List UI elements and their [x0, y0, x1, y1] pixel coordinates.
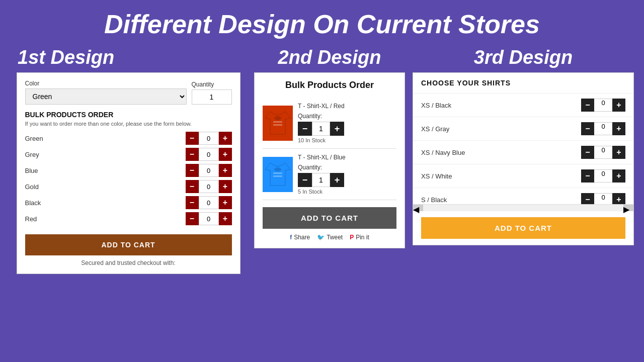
d2-stock-text: 5 In Stock — [298, 189, 396, 195]
d2-minus-button[interactable]: − — [298, 122, 312, 136]
d2-title: Bulk Products Order — [263, 80, 396, 90]
d2-qty-input[interactable] — [312, 173, 330, 187]
d1-qty-display: 0 — [199, 180, 219, 193]
d1-plus-button[interactable]: + — [219, 212, 232, 225]
d1-plus-button[interactable]: + — [219, 196, 232, 209]
shirt-icon — [265, 160, 290, 188]
d1-qty-input[interactable] — [192, 89, 232, 105]
d3-qty-display: 0 — [594, 99, 612, 112]
d3-row-label: S / Black — [421, 196, 581, 204]
design2-column: 2nd Design Bulk Products Order T - Shirt… — [252, 47, 408, 248]
d1-row-label: Red — [25, 215, 186, 223]
d3-minus-button[interactable]: − — [581, 99, 594, 112]
svg-marker-0 — [265, 112, 290, 134]
d3-scrollbar-bottom: ◀ ▶ — [413, 204, 633, 211]
d2-social-fb[interactable]: fShare — [290, 234, 310, 241]
shirt-icon — [265, 109, 290, 137]
d2-social-label: Tweet — [327, 234, 343, 241]
d3-minus-button[interactable]: − — [581, 146, 594, 159]
d3-plus-button[interactable]: + — [612, 122, 625, 135]
d2-qty-label: Quantity: — [298, 113, 396, 120]
svg-rect-6 — [273, 172, 282, 174]
d3-qty-display: 0 — [594, 169, 612, 183]
list-item: Blue − 0 + — [25, 164, 232, 177]
pinterest-icon: P — [350, 234, 354, 241]
d1-plus-button[interactable]: + — [219, 164, 232, 177]
d1-row-label: Black — [25, 199, 186, 207]
d1-top-row: Color Green Grey Blue Gold Black Red Qua… — [25, 80, 232, 105]
d2-social-pin[interactable]: PPin it — [350, 234, 369, 241]
design1-card: Color Green Grey Blue Gold Black Red Qua… — [17, 72, 240, 274]
d1-plus-button[interactable]: + — [219, 148, 232, 161]
d1-row-label: Grey — [25, 151, 186, 158]
d1-secure-text: Secured and trusted checkout with: — [25, 259, 232, 266]
d1-qty-display: 0 — [199, 212, 219, 225]
d3-scroll-track — [423, 205, 623, 211]
d3-plus-button[interactable]: + — [612, 169, 625, 183]
list-item: Green − 0 + — [25, 132, 232, 145]
d2-social-label: Pin it — [356, 234, 369, 241]
d1-minus-button[interactable]: − — [186, 164, 199, 177]
d3-title: CHOOSE YOUR SHIRTS — [421, 79, 625, 87]
d1-qty-group: Quantity — [192, 81, 232, 105]
design3-label: 3rd Design — [474, 47, 573, 68]
list-item: S / Black − 0 + — [413, 188, 633, 204]
d2-add-to-cart-button[interactable]: ADD TO CART — [263, 207, 396, 229]
d3-qty-display: 0 — [594, 146, 612, 159]
d2-stock-text: 10 In Stock — [298, 137, 396, 143]
d2-qty-input[interactable] — [312, 122, 330, 136]
d1-color-select[interactable]: Green Grey Blue Gold Black Red — [25, 88, 187, 105]
d1-plus-button[interactable]: + — [219, 180, 232, 193]
d2-product-info: T - Shirt-XL / Blue Quantity: − + 5 In S… — [298, 154, 396, 195]
d2-product-name: T - Shirt-XL / Red — [298, 103, 396, 110]
d3-minus-button[interactable]: − — [581, 169, 594, 183]
d2-qty-row: − + — [298, 122, 396, 136]
d2-product-name: T - Shirt-XL / Blue — [298, 154, 396, 161]
d3-minus-button[interactable]: − — [581, 193, 594, 204]
d1-qty-display: 0 — [199, 164, 219, 177]
d2-product-image — [263, 106, 293, 141]
d3-scroll-left[interactable]: ◀ — [413, 205, 423, 211]
d1-plus-button[interactable]: + — [219, 132, 232, 145]
d3-row-label: XS / White — [421, 172, 581, 180]
d3-plus-button[interactable]: + — [612, 146, 625, 159]
d3-row-label: XS / Black — [421, 102, 581, 109]
d3-minus-button[interactable]: − — [581, 122, 594, 135]
list-item: T - Shirt-XL / Blue Quantity: − + 5 In S… — [263, 149, 396, 200]
design2-card: Bulk Products Order T - Shirt-XL / Red Q… — [254, 72, 405, 248]
d2-product-image — [263, 157, 293, 192]
design3-card: CHOOSE YOUR SHIRTS XS / Black − 0 + XS /… — [413, 72, 634, 245]
d3-plus-button[interactable]: + — [612, 99, 625, 112]
d1-row-label: Green — [25, 135, 186, 142]
list-item: Red − 0 + — [25, 212, 232, 225]
d1-row-label: Gold — [25, 183, 186, 191]
d2-social-tw[interactable]: 🐦Tweet — [317, 234, 343, 241]
svg-rect-3 — [273, 124, 282, 126]
d1-add-to-cart-button[interactable]: ADD TO CART — [25, 234, 232, 255]
d1-qty-display: 0 — [199, 148, 219, 161]
d3-row-label: XS / Gray — [421, 125, 581, 133]
d2-plus-button[interactable]: + — [330, 173, 344, 187]
d1-row-label: Blue — [25, 167, 186, 174]
design1-column: 1st Design Color Green Grey Blue Gold Bl… — [10, 47, 247, 274]
d3-plus-button[interactable]: + — [612, 193, 625, 204]
d3-add-to-cart-button[interactable]: ADD TO CART — [421, 217, 625, 239]
d2-qty-row: − + — [298, 173, 396, 187]
svg-rect-5 — [274, 167, 281, 171]
d1-minus-button[interactable]: − — [186, 132, 199, 145]
d2-minus-button[interactable]: − — [298, 173, 312, 187]
d2-product-info: T - Shirt-XL / Red Quantity: − + 10 In S… — [298, 103, 396, 143]
d3-scroll-right[interactable]: ▶ — [623, 205, 633, 211]
d1-minus-button[interactable]: − — [186, 212, 199, 225]
d1-minus-button[interactable]: − — [186, 148, 199, 161]
d1-qty-display: 0 — [199, 196, 219, 209]
d1-minus-button[interactable]: − — [186, 180, 199, 193]
d1-minus-button[interactable]: − — [186, 196, 199, 209]
d2-plus-button[interactable]: + — [330, 122, 344, 136]
page-title: Different Design On Current Stores — [0, 0, 644, 44]
d2-product-rows: T - Shirt-XL / Red Quantity: − + 10 In S… — [263, 98, 396, 200]
list-item: Grey − 0 + — [25, 148, 232, 161]
list-item: XS / Black − 0 + — [413, 94, 633, 117]
d2-qty-label: Quantity: — [298, 164, 396, 171]
d1-bulk-title: BULK PRODUCTS ORDER — [25, 111, 232, 119]
